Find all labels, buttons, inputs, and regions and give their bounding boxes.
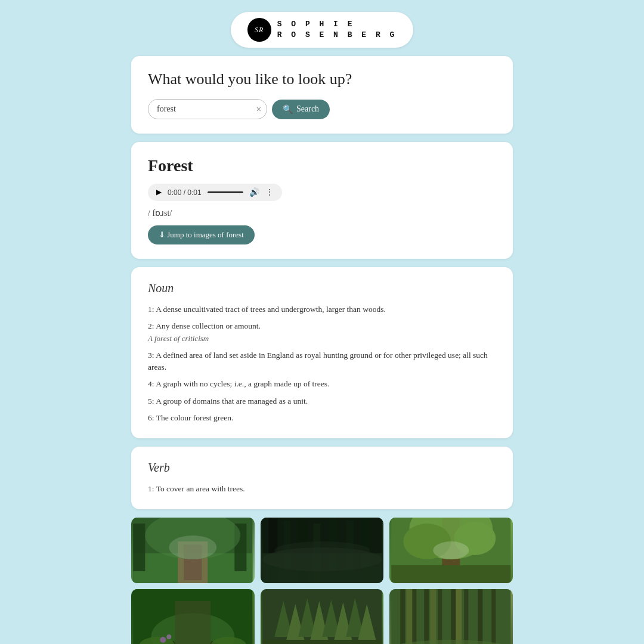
def-text: A dense uncultivated tract of trees and … [156, 305, 386, 314]
svg-point-24 [434, 541, 469, 559]
forest-image-5[interactable] [261, 589, 384, 644]
forest-image-6[interactable] [389, 589, 513, 644]
noun-definition-list: 1: A dense uncultivated tract of trees a… [148, 304, 496, 424]
logo-text: S O P H I E R O S E N B E R G [277, 19, 397, 41]
pos-noun-title: Noun [148, 281, 496, 295]
logo-bar: SR S O P H I E R O S E N B E R G [231, 12, 414, 48]
def-number: 6: [148, 413, 156, 422]
def-text: A group of domains that are managed as a… [156, 397, 308, 405]
pos-verb-title: Verb [148, 461, 496, 475]
jump-to-images-button[interactable]: ⇓ Jump to images of forest [148, 225, 255, 244]
def-example: A forest of criticism [148, 334, 209, 343]
search-button[interactable]: 🔍 Search [272, 100, 330, 119]
def-number: 1: [148, 484, 156, 493]
svg-rect-25 [392, 565, 511, 583]
forest-image-placeholder-3 [389, 518, 513, 583]
forest-image-4[interactable] [131, 589, 255, 644]
logo-initials: SR [247, 18, 271, 42]
svg-rect-52 [407, 589, 413, 644]
svg-rect-42 [262, 640, 382, 644]
forest-image-3[interactable] [389, 518, 513, 583]
audio-progress-bar [208, 191, 243, 193]
svg-point-31 [160, 637, 166, 643]
svg-rect-44 [401, 589, 405, 644]
forest-image-2[interactable] [261, 518, 384, 583]
volume-icon[interactable]: 🔊 [249, 187, 259, 197]
list-item: 2: Any dense collection or amount. A for… [148, 320, 496, 345]
svg-rect-47 [438, 589, 442, 644]
forest-image-placeholder-1 [131, 518, 255, 583]
def-number: 2: [148, 321, 156, 330]
search-input[interactable] [148, 99, 267, 119]
svg-point-7 [169, 535, 216, 559]
search-input-wrap: × [148, 99, 267, 119]
list-item: 5: A group of domains that are managed a… [148, 395, 496, 407]
search-title: What would you like to look up? [148, 70, 496, 88]
svg-rect-45 [413, 589, 417, 644]
svg-rect-50 [478, 589, 483, 644]
def-number: 3: [148, 351, 156, 360]
svg-rect-48 [451, 589, 456, 644]
verb-definitions-card: Verb 1: To cover an area with trees. [131, 447, 513, 509]
forest-image-placeholder-5 [261, 589, 384, 644]
svg-rect-53 [431, 589, 436, 644]
forest-image-placeholder-2 [261, 518, 384, 583]
svg-rect-49 [465, 589, 469, 644]
def-text: To cover an area with trees. [156, 484, 245, 493]
svg-rect-51 [492, 589, 496, 644]
list-item: 1: To cover an area with trees. [148, 483, 496, 495]
def-text: A graph with no cycles; i.e., a graph ma… [156, 379, 329, 388]
list-item: 3: A defined area of land set aside in E… [148, 349, 496, 374]
svg-point-32 [166, 634, 171, 639]
word-title: Forest [148, 156, 496, 175]
forest-image-placeholder-4 [131, 589, 255, 644]
word-card: Forest ▶ 0:00 / 0:01 🔊 ⋮ / fɒɹst/ ⇓ Jump… [131, 142, 513, 259]
clear-button[interactable]: × [256, 105, 261, 113]
search-card: What would you like to look up? × 🔍 Sear… [131, 56, 513, 134]
search-icon: 🔍 [283, 104, 293, 114]
noun-definitions-card: Noun 1: A dense uncultivated tract of tr… [131, 267, 513, 438]
svg-point-18 [274, 541, 370, 559]
svg-rect-4 [133, 524, 145, 571]
def-text: Any dense collection or amount. [156, 321, 261, 330]
list-item: 1: A dense uncultivated tract of trees a… [148, 304, 496, 315]
def-text: A defined area of land set aside in Engl… [148, 351, 488, 371]
verb-definition-list: 1: To cover an area with trees. [148, 483, 496, 495]
forest-image-1[interactable] [131, 518, 255, 583]
main-container: SR S O P H I E R O S E N B E R G What wo… [131, 12, 513, 644]
search-row: × 🔍 Search [148, 99, 496, 119]
svg-rect-46 [425, 589, 429, 644]
more-options-icon[interactable]: ⋮ [265, 187, 274, 197]
forest-image-placeholder-6 [389, 589, 513, 644]
svg-rect-54 [456, 589, 462, 644]
phonetic-text: / fɒɹst/ [148, 208, 496, 218]
def-number: 4: [148, 379, 156, 388]
play-button[interactable]: ▶ [156, 188, 162, 197]
list-item: 6: The colour forest green. [148, 412, 496, 424]
def-number: 5: [148, 397, 156, 405]
list-item: 4: A graph with no cycles; i.e., a graph… [148, 378, 496, 390]
svg-rect-28 [175, 601, 210, 644]
image-grid [131, 518, 513, 644]
def-text: The colour forest green. [156, 413, 234, 422]
audio-player[interactable]: ▶ 0:00 / 0:01 🔊 ⋮ [148, 184, 282, 201]
def-number: 1: [148, 305, 156, 314]
audio-time: 0:00 / 0:01 [168, 188, 202, 197]
